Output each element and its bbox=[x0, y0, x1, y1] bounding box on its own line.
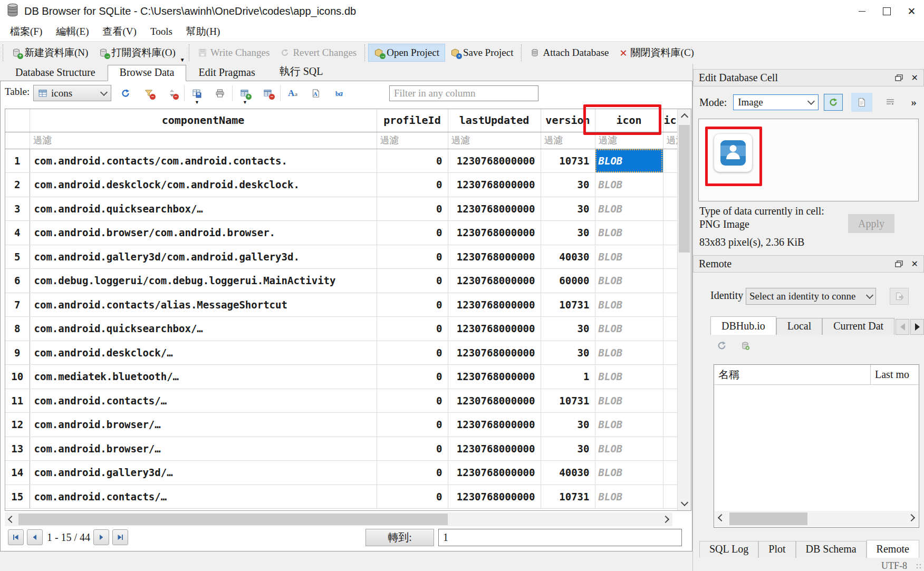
cell-componentName[interactable]: com.android.gallery3d/com.android.galler… bbox=[30, 245, 377, 269]
identity-select[interactable]: Select an identity to conne bbox=[746, 288, 876, 305]
col-header-partial[interactable]: ic bbox=[663, 109, 677, 132]
vertical-scrollbar[interactable] bbox=[677, 109, 691, 510]
cell-version[interactable]: 30 bbox=[541, 317, 595, 341]
row-number[interactable]: 3 bbox=[5, 197, 30, 221]
cell-extra[interactable] bbox=[663, 293, 677, 317]
scroll-right-arrow[interactable] bbox=[904, 511, 918, 525]
auto-mode-button[interactable] bbox=[824, 94, 843, 111]
tab-db-schema[interactable]: DB Schema bbox=[796, 541, 867, 558]
scroll-down-arrow[interactable] bbox=[678, 497, 691, 510]
overflow-chevron-icon[interactable]: » bbox=[911, 96, 917, 109]
cell-icon-blob[interactable]: BLOB bbox=[595, 389, 663, 413]
float-dock-icon[interactable] bbox=[895, 258, 903, 270]
cell-componentName[interactable]: com.android.contacts/alias.MessageShortc… bbox=[30, 293, 377, 317]
open-project-button[interactable]: → Open Project bbox=[368, 44, 445, 62]
cell-lastUpdated[interactable]: 1230768000000 bbox=[448, 413, 541, 437]
print-button[interactable] bbox=[212, 85, 228, 101]
tab-database-structure[interactable]: Database Structure bbox=[3, 65, 108, 81]
refresh-button[interactable] bbox=[118, 85, 133, 101]
cell-componentName[interactable]: com.android.contacts/com.android.contact… bbox=[30, 149, 377, 173]
cell-profileId[interactable]: 0 bbox=[377, 365, 448, 389]
cell-extra[interactable] bbox=[663, 317, 677, 341]
cell-version[interactable]: 10731 bbox=[541, 149, 595, 173]
cell-extra[interactable] bbox=[663, 365, 677, 389]
cell-extra[interactable] bbox=[663, 437, 677, 461]
font-style-button[interactable]: Aa bbox=[285, 85, 301, 101]
tab-plot[interactable]: Plot bbox=[758, 541, 795, 558]
remote-refresh-button[interactable] bbox=[717, 341, 727, 353]
cell-componentName[interactable]: com.android.contacts/… bbox=[30, 485, 377, 509]
cell-lastUpdated[interactable]: 1230768000000 bbox=[448, 149, 541, 173]
cell-version[interactable]: 40030 bbox=[541, 461, 595, 485]
cell-componentName[interactable]: com.android.quicksearchbox/… bbox=[30, 197, 377, 221]
cell-profileId[interactable]: 0 bbox=[377, 341, 448, 365]
tab-browse-data[interactable]: Browse Data bbox=[108, 65, 187, 81]
cell-profileId[interactable]: 0 bbox=[377, 245, 448, 269]
minimize-button[interactable] bbox=[850, 0, 874, 22]
cell-componentName[interactable]: com.android.browser/com.android.browser. bbox=[30, 221, 377, 245]
cell-extra[interactable] bbox=[663, 197, 677, 221]
save-results-caret[interactable]: ▼ bbox=[195, 100, 199, 105]
cell-lastUpdated[interactable]: 1230768000000 bbox=[448, 437, 541, 461]
cell-componentName[interactable]: com.mediatek.bluetooth/… bbox=[30, 365, 377, 389]
cell-version[interactable]: 30 bbox=[541, 413, 595, 437]
cell-extra[interactable] bbox=[663, 245, 677, 269]
tab-execute-sql[interactable]: 執行 SQL bbox=[267, 63, 335, 81]
scroll-left-arrow[interactable] bbox=[715, 511, 728, 525]
remote-tab-current-database[interactable]: Current Dat bbox=[822, 318, 894, 335]
cell-componentName[interactable]: com.android.gallery3d/… bbox=[30, 461, 377, 485]
cell-font-button[interactable]: A bbox=[308, 85, 324, 101]
row-number[interactable]: 7 bbox=[5, 293, 30, 317]
cell-version[interactable]: 60000 bbox=[541, 269, 595, 293]
cell-extra[interactable] bbox=[663, 413, 677, 437]
condensed-font-button[interactable]: ba bbox=[331, 85, 347, 101]
insert-record-button[interactable]: +▼ bbox=[237, 85, 253, 101]
cell-icon-blob[interactable]: BLOB bbox=[595, 461, 663, 485]
filter-lastUpdated[interactable]: 過濾 bbox=[448, 132, 541, 149]
remote-tab-local[interactable]: Local bbox=[776, 318, 822, 335]
text-view-button[interactable] bbox=[851, 93, 872, 112]
row-number[interactable]: 12 bbox=[5, 413, 30, 437]
cell-componentName[interactable]: com.android.quicksearchbox/… bbox=[30, 317, 377, 341]
row-number[interactable]: 6 bbox=[5, 269, 30, 293]
goto-input[interactable]: 1 bbox=[438, 529, 682, 546]
col-header-version[interactable]: version bbox=[541, 109, 595, 132]
mode-select[interactable]: Image bbox=[733, 94, 819, 110]
menu-help[interactable]: 幫助(H) bbox=[179, 24, 227, 40]
row-number[interactable]: 10 bbox=[5, 365, 30, 389]
menu-view[interactable]: 查看(V) bbox=[96, 24, 143, 40]
word-wrap-button[interactable] bbox=[881, 94, 900, 111]
resize-grip[interactable] bbox=[916, 563, 922, 569]
cell-profileId[interactable]: 0 bbox=[377, 461, 448, 485]
cell-icon-blob[interactable]: BLOB bbox=[595, 485, 663, 509]
row-number[interactable]: 9 bbox=[5, 341, 30, 365]
apply-button[interactable]: Apply bbox=[848, 214, 894, 233]
cell-lastUpdated[interactable]: 1230768000000 bbox=[448, 461, 541, 485]
cell-version[interactable]: 30 bbox=[541, 341, 595, 365]
revert-changes-button[interactable]: Revert Changes bbox=[275, 44, 362, 62]
cell-profileId[interactable]: 0 bbox=[377, 197, 448, 221]
cell-version[interactable]: 30 bbox=[541, 173, 595, 197]
cell-profileId[interactable]: 0 bbox=[377, 437, 448, 461]
table-select[interactable]: icons bbox=[33, 85, 111, 101]
row-number[interactable]: 2 bbox=[5, 173, 30, 197]
cell-icon-blob[interactable]: BLOB bbox=[595, 197, 663, 221]
cell-componentName[interactable]: com.android.browser/… bbox=[30, 437, 377, 461]
cell-lastUpdated[interactable]: 1230768000000 bbox=[448, 245, 541, 269]
cell-extra[interactable] bbox=[663, 269, 677, 293]
cell-icon-blob[interactable]: BLOB bbox=[595, 245, 663, 269]
tab-remote[interactable]: Remote bbox=[867, 540, 919, 558]
cell-icon-blob[interactable]: BLOB bbox=[595, 413, 663, 437]
cell-version[interactable]: 1 bbox=[541, 365, 595, 389]
cell-version[interactable]: 30 bbox=[541, 197, 595, 221]
cell-icon-blob[interactable]: BLOB bbox=[595, 173, 663, 197]
cell-extra[interactable] bbox=[663, 221, 677, 245]
clear-sort-button[interactable]: − bbox=[164, 85, 180, 101]
next-page-button[interactable] bbox=[93, 529, 109, 545]
clear-filters-button[interactable]: − bbox=[141, 85, 157, 101]
cell-version[interactable]: 40030 bbox=[541, 245, 595, 269]
cell-lastUpdated[interactable]: 1230768000000 bbox=[448, 173, 541, 197]
cell-extra[interactable] bbox=[663, 173, 677, 197]
remote-tab-dbhub[interactable]: DBHub.io bbox=[710, 316, 776, 335]
cell-lastUpdated[interactable]: 1230768000000 bbox=[448, 293, 541, 317]
